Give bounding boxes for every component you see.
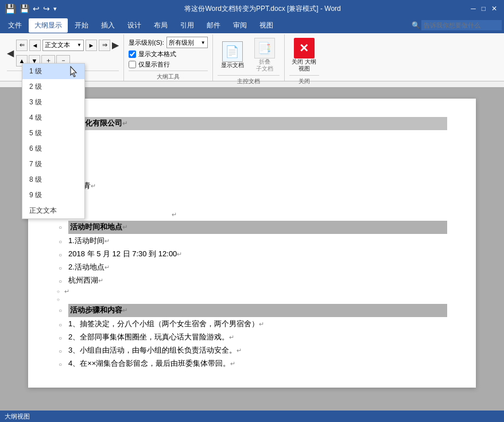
outline-item-step2: ○ 2、全部同事集体围圈坐，玩真心话大冒险游戏。↵: [57, 331, 447, 343]
demote-btn[interactable]: ►: [86, 40, 97, 51]
outline-item-2: ○ 航↵: [57, 131, 447, 143]
text-step4[interactable]: 4、在××湖集合合影留念，最后由班委集体带回。↵: [68, 358, 447, 370]
text-step1[interactable]: 1、抽签决定，分八个小组（两个女生宿舍，两个男宿舍）↵: [68, 318, 447, 330]
master-doc-label: 主控文档: [218, 75, 280, 85]
para-marks-1: ○ ↵: [57, 194, 447, 201]
close-outline-btn[interactable]: ✕ 关闭 大纲视图: [289, 37, 319, 73]
menu-references[interactable]: 引用: [175, 18, 200, 33]
dropdown-item-9[interactable]: 9 级: [22, 187, 84, 203]
heading-time-place[interactable]: 活动时间和地点↵: [68, 221, 447, 234]
menu-design[interactable]: 设计: [122, 18, 147, 33]
document-page[interactable]: ○ 情文化有限公司↵ ○ 航↵ ○ ○ 游路青↵ ○ ↵: [28, 99, 476, 388]
dropdown-item-5[interactable]: 5 级: [22, 126, 84, 141]
outline-item-step3: ○ 3、小组自由活动，由每小组的组长负责活动安全。↵: [57, 345, 447, 357]
show-document-label: 显示文档: [221, 62, 244, 69]
text-step3[interactable]: 3、小组自由活动，由每小组的组长负责活动安全。↵: [68, 345, 447, 357]
maximize-btn[interactable]: □: [482, 5, 486, 13]
display-section-body: 显示级别(S): 所有级别 ▼ 显示文本格式 仅显示首行: [129, 37, 208, 69]
undo-icon[interactable]: ↩: [33, 4, 40, 13]
master-doc-section: 📄 显示文档 📑 折叠 子文档 主控文档: [213, 34, 285, 81]
show-first-line-label: 仅显示首行: [138, 60, 170, 69]
close-outline-icon: ✕: [294, 38, 315, 58]
bullet-step1: ○: [57, 321, 64, 330]
display-level-row: 显示级别(S): 所有级别 ▼: [129, 37, 208, 48]
redo-icon[interactable]: ↪: [43, 4, 50, 13]
level-dropdown-menu: 1 级 2 级 3 级 4 级 5 级 6 级 7 级 8 级 9 级 正文文本: [22, 63, 85, 219]
show-document-icon: 📄: [222, 41, 243, 62]
outline-item-3: ○ 游路青↵: [57, 180, 447, 192]
text-step2[interactable]: 2、全部同事集体围圈坐，玩真心话大冒险游戏。↵: [68, 331, 447, 343]
center-arrow: ↵: [172, 211, 447, 218]
outline-item-1: ○ 情文化有限公司↵: [57, 117, 447, 130]
show-document-btn[interactable]: 📄 显示文档: [218, 40, 247, 70]
bullet-h2: ○: [57, 306, 64, 315]
menu-mailings[interactable]: 邮件: [201, 18, 226, 33]
outline-item-heading2: ○ 活动步骤和内容↵: [57, 304, 447, 317]
master-doc-body: 📄 显示文档 📑 折叠 子文档: [218, 37, 280, 73]
dropdown-item-3[interactable]: 3 级: [22, 95, 84, 110]
collapse-subdoc-btn[interactable]: 📑 折叠 子文档: [250, 37, 280, 73]
menu-home[interactable]: 开始: [69, 18, 94, 33]
bullet-time-label: ○: [57, 237, 64, 247]
status-text: 大纲视图: [5, 412, 30, 421]
outline-item-xihu: ○ 杭州西湖↵: [57, 275, 447, 287]
dropdown-item-1[interactable]: 1 级: [22, 64, 84, 79]
nav-left-group: ◀: [7, 48, 14, 58]
dropdown-item-2[interactable]: 2 级: [22, 79, 84, 95]
search-icon: 🔍: [412, 21, 420, 29]
outline-item-location-label: ○ 2.活动地点↵: [57, 261, 447, 273]
collapse-subdoc-icon: 📑: [254, 38, 275, 58]
close-outline-label: 关闭 大纲视图: [290, 58, 318, 72]
search-input[interactable]: [421, 20, 502, 30]
demote-body-btn[interactable]: ⇒: [99, 40, 110, 51]
dropdown-item-7[interactable]: 7 级: [22, 157, 84, 172]
dropdown-item-4[interactable]: 4 级: [22, 110, 84, 126]
display-options: 显示级别(S): 所有级别 ▼ 显示文本格式 仅显示首行: [129, 37, 208, 69]
level-combobox[interactable]: 正文文本 ▼: [42, 40, 84, 51]
line-2-text[interactable]: 航↵: [68, 131, 447, 143]
bullet-h1: ○: [57, 223, 64, 232]
text-time-label[interactable]: 1.活动时间↵: [68, 235, 447, 247]
menu-outline[interactable]: 大纲显示: [29, 18, 68, 33]
level-combo-arrow: ▼: [77, 42, 82, 48]
outline-item-step4: ○ 4、在××湖集合合影留念，最后由班委集体带回。↵: [57, 358, 447, 370]
line-1-text[interactable]: 情文化有限公司↵: [68, 117, 447, 130]
outline-item-step1: ○ 1、抽签决定，分八个小组（两个女生宿舍，两个男宿舍）↵: [57, 318, 447, 330]
text-location-label[interactable]: 2.活动地点↵: [68, 261, 447, 273]
title-bar: 💾 💾 ↩ ↪ ▾ 将这份Word文档转变为PPT.docx [兼容模式] - …: [0, 0, 504, 17]
minimize-btn[interactable]: ─: [471, 5, 476, 13]
heading-steps[interactable]: 活动步骤和内容↵: [68, 304, 447, 317]
show-text-format-checkbox[interactable]: [129, 50, 136, 58]
display-level-value: 所有级别: [169, 38, 194, 47]
menu-layout[interactable]: 布局: [148, 18, 173, 33]
dropdown-item-6[interactable]: 6 级: [22, 141, 84, 157]
close-section: ✕ 关闭 大纲视图 关闭: [285, 34, 324, 81]
menu-file[interactable]: 文件: [2, 18, 28, 33]
close-btn[interactable]: ✕: [491, 5, 497, 13]
dropdown-item-body[interactable]: 正文文本: [22, 203, 84, 218]
quick-access-toolbar: 💾 💾 ↩ ↪ ▾: [5, 3, 57, 14]
show-first-line-row: 仅显示首行: [129, 60, 208, 69]
small-bullet-row: ○: [57, 167, 447, 179]
text-xihu[interactable]: 杭州西湖↵: [68, 275, 447, 287]
display-section: 显示级别(S): 所有级别 ▼ 显示文本格式 仅显示首行: [124, 34, 213, 81]
dropdown-item-8[interactable]: 8 级: [22, 172, 84, 187]
collapse-subdoc-label: 折叠 子文档: [256, 58, 273, 72]
text-date[interactable]: 2018 年 5 月 12 日 7:30 到 12:00↵: [68, 248, 447, 260]
level-combo-value: 正文文本: [45, 41, 70, 49]
line-3-text[interactable]: 游路青↵: [68, 180, 447, 192]
show-first-line-checkbox[interactable]: [129, 61, 136, 68]
outline-item-time-label: ○ 1.活动时间↵: [57, 235, 447, 247]
word-icon: 💾: [5, 3, 16, 14]
promote-btn[interactable]: ◄: [29, 40, 41, 51]
bullet-xihu: ○: [57, 277, 64, 286]
save-icon[interactable]: 💾: [20, 4, 29, 13]
menu-review[interactable]: 审阅: [227, 18, 253, 33]
promote-h1-btn[interactable]: ⇐: [16, 40, 28, 51]
menu-view[interactable]: 视图: [254, 18, 279, 33]
menu-insert[interactable]: 插入: [95, 18, 121, 33]
nav-right-btn[interactable]: ▶: [112, 40, 119, 50]
close-body: ✕ 关闭 大纲视图: [289, 37, 319, 73]
display-level-select[interactable]: 所有级别 ▼: [166, 37, 208, 48]
nav-left-btn[interactable]: ◀: [7, 48, 14, 58]
